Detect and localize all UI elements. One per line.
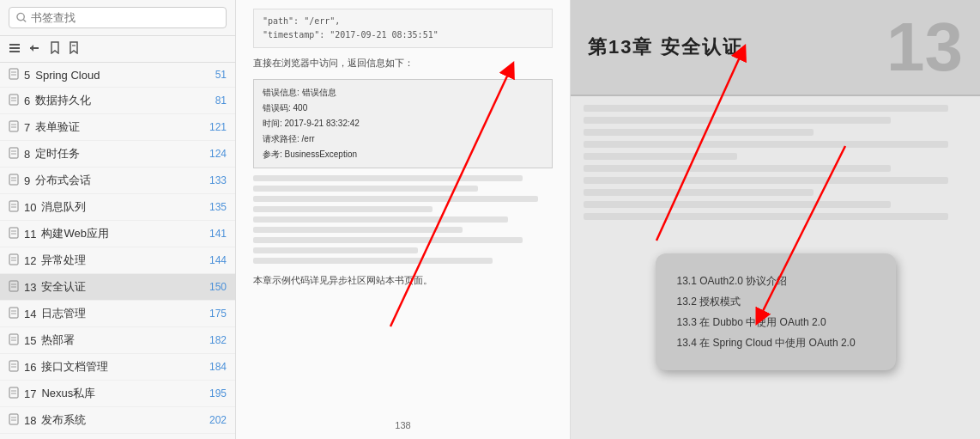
toc-item-number: 7 xyxy=(24,121,30,134)
toc-item[interactable]: 12 异常处理 144 xyxy=(0,247,235,274)
toc-item-page: 195 xyxy=(209,387,227,399)
toc-item-number: 13 xyxy=(24,281,36,294)
toc-item[interactable]: 5 Spring Cloud 51 xyxy=(0,63,235,88)
toc-item-label: 发布系统 xyxy=(41,412,86,428)
toc-item-icon xyxy=(9,253,19,267)
content-line xyxy=(253,237,523,243)
toc-item-page: 135 xyxy=(209,201,227,213)
toolbar xyxy=(0,36,235,63)
code-block: "path": "/err", "timestamp": "2017-09-21… xyxy=(253,9,553,48)
toc-item-number: 18 xyxy=(24,414,36,427)
bookmark2-button[interactable] xyxy=(69,41,79,57)
preview-line xyxy=(584,153,737,160)
book-page: "path": "/err", "timestamp": "2017-09-21… xyxy=(236,0,571,439)
toc-item[interactable]: 8 定时任务 124 xyxy=(0,141,235,168)
toc-item-icon xyxy=(9,200,19,214)
toc-item-page: 202 xyxy=(209,414,227,426)
preview-line xyxy=(584,105,948,112)
content-line xyxy=(253,227,463,233)
toc-item[interactable]: 9 分布式会话 133 xyxy=(0,168,235,194)
info-line: 错误信息: 错误信息 xyxy=(263,85,543,101)
info-line: 参考: BusinessException xyxy=(263,147,543,162)
toc-item[interactable]: 16 接口文档管理 184 xyxy=(0,354,235,381)
book-info-block: 错误信息: 错误信息错误码: 400时间: 2017-9-21 83:32:42… xyxy=(253,79,553,168)
toc-item-number: 11 xyxy=(24,228,36,241)
toc-item-label: 数据持久化 xyxy=(35,93,91,108)
svg-rect-3 xyxy=(9,47,20,49)
preview-line xyxy=(584,165,891,172)
chapter-header: 第13章 安全认证 13 xyxy=(571,0,980,96)
preview-line xyxy=(584,141,948,148)
toc-item[interactable]: 15 热部署 182 xyxy=(0,327,235,354)
svg-rect-38 xyxy=(9,334,18,344)
svg-rect-29 xyxy=(9,254,18,265)
toc-item[interactable]: 18 发布系统 202 xyxy=(0,407,235,434)
toc-item[interactable]: 7 表单验证 121 xyxy=(0,114,235,141)
content-line xyxy=(253,175,523,181)
toc-item[interactable]: 13 安全认证 150 xyxy=(0,274,235,301)
sidebar-panel: 5 Spring Cloud 51 6 数据持久化 81 xyxy=(0,0,236,439)
svg-rect-20 xyxy=(9,174,18,185)
sidebar: 5 Spring Cloud 51 6 数据持久化 81 xyxy=(0,0,236,439)
bookmark-button[interactable] xyxy=(50,41,60,57)
toc-card-item: 13.3 在 Dubbo 中使用 OAuth 2.0 xyxy=(677,312,874,332)
toc-item-number: 17 xyxy=(24,387,36,400)
content-line xyxy=(253,216,508,223)
code-line-2: "timestamp": "2017-09-21 08:35:51" xyxy=(263,28,543,42)
toc-item-number: 8 xyxy=(24,148,30,161)
svg-rect-41 xyxy=(9,361,18,371)
toc-card: 13.1 OAuth2.0 协议介绍13.2 授权模式13.3 在 Dubbo … xyxy=(656,253,896,370)
toc-item-number: 10 xyxy=(24,201,36,214)
right-panel: 第13章 安全认证 13 13.1 OAuth2.0 协议介绍13.2 授权模式… xyxy=(571,0,980,439)
info-line: 时间: 2017-9-21 83:32:42 xyxy=(263,116,543,131)
toc-item-number: 16 xyxy=(24,361,36,374)
toc-item[interactable]: 19 分布式架构总结 212 xyxy=(0,434,235,439)
toc-item-icon xyxy=(9,387,19,400)
svg-rect-2 xyxy=(9,44,20,46)
page-number: 138 xyxy=(253,420,553,430)
toc-item-icon xyxy=(9,120,19,134)
svg-rect-47 xyxy=(9,414,18,424)
toc-item-label: 安全认证 xyxy=(41,279,86,295)
svg-rect-4 xyxy=(9,51,20,52)
toc-item[interactable]: 6 数据持久化 81 xyxy=(0,88,235,114)
search-input[interactable] xyxy=(31,11,219,24)
svg-rect-14 xyxy=(9,121,18,131)
content-line xyxy=(253,196,538,202)
toc-item-icon xyxy=(9,360,19,374)
toc-item-label: Spring Cloud xyxy=(35,69,100,82)
preview-line xyxy=(584,189,814,196)
svg-rect-11 xyxy=(9,95,18,105)
toc-item-label: 日志管理 xyxy=(41,306,86,321)
toc-list: 5 Spring Cloud 51 6 数据持久化 81 xyxy=(0,63,235,439)
svg-marker-6 xyxy=(30,45,33,52)
preview-line xyxy=(584,177,948,184)
chapter-title: 第13章 安全认证 xyxy=(588,34,743,60)
search-bar xyxy=(0,0,235,36)
toc-item-page: 141 xyxy=(209,228,227,240)
toc-item-number: 12 xyxy=(24,254,36,267)
svg-rect-17 xyxy=(9,148,18,158)
svg-rect-35 xyxy=(9,308,18,318)
toc-item-page: 124 xyxy=(209,148,227,160)
toc-item-icon xyxy=(9,147,19,161)
chapter-content xyxy=(571,96,980,234)
search-input-wrapper[interactable] xyxy=(9,7,227,28)
back-button[interactable] xyxy=(29,42,41,57)
toc-item[interactable]: 10 消息队列 135 xyxy=(0,194,235,221)
toc-item[interactable]: 14 日志管理 175 xyxy=(0,301,235,327)
toc-item-label: Nexus私库 xyxy=(41,386,95,401)
svg-rect-23 xyxy=(9,201,18,211)
toc-item-page: 51 xyxy=(215,69,227,81)
content-line xyxy=(253,247,418,253)
toc-item[interactable]: 17 Nexus私库 195 xyxy=(0,381,235,407)
toc-item-page: 121 xyxy=(209,121,227,133)
preview-line xyxy=(584,117,891,124)
toc-item[interactable]: 11 构建Web应用 141 xyxy=(0,221,235,247)
list-view-button[interactable] xyxy=(9,42,21,57)
svg-rect-8 xyxy=(9,69,18,79)
toc-card-item: 13.2 授权模式 xyxy=(677,291,874,312)
toc-item-page: 133 xyxy=(209,174,227,186)
toc-item-label: 定时任务 xyxy=(35,146,80,162)
svg-point-0 xyxy=(17,13,24,20)
